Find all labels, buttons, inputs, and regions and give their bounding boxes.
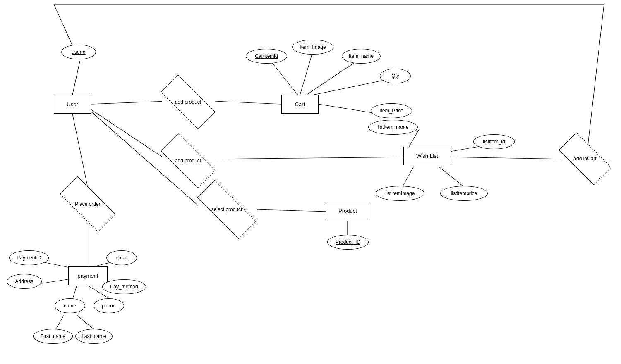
svg-line-8	[306, 58, 362, 95]
svg-line-2	[587, 4, 604, 149]
ellipse-email: email	[106, 250, 137, 265]
ellipse-item-name: Item_name	[342, 49, 381, 64]
svg-line-7	[300, 49, 314, 95]
entity-payment: payment	[68, 266, 108, 285]
ellipse-item-image: Item_Image	[292, 40, 333, 55]
ellipse-listitem-price: listitemprice	[440, 186, 488, 201]
entity-cart: Cart	[281, 95, 319, 114]
ellipse-payment-id: PaymentID	[9, 250, 49, 265]
ellipse-userid: userId	[61, 45, 96, 59]
svg-line-21	[451, 157, 565, 159]
ellipse-listitem-id: listitem_id	[473, 134, 515, 149]
svg-line-10	[319, 104, 372, 113]
diamond-select-product: select product	[198, 197, 256, 221]
svg-line-5	[215, 101, 281, 104]
diamond-add-to-cart: addToCart	[561, 147, 609, 171]
ellipse-first-name: First_name	[33, 329, 73, 344]
svg-line-28	[72, 286, 77, 300]
svg-line-14	[257, 209, 327, 212]
svg-line-31	[77, 315, 95, 331]
diamond-add-product1: add product	[162, 90, 214, 114]
diamond-place-order: Place order	[61, 192, 114, 216]
ellipse-item-price: Item_Price	[371, 103, 412, 118]
er-diagram-canvas: User Cart Wish List Product payment add …	[0, 0, 621, 364]
svg-line-11	[91, 109, 165, 159]
svg-line-26	[41, 279, 70, 283]
svg-line-20	[439, 167, 465, 188]
ellipse-phone: phone	[94, 298, 124, 313]
diamond-add-product2: add product	[162, 149, 214, 173]
ellipse-last-name: Last_name	[75, 329, 113, 344]
ellipse-cartitemid: CartItemid	[246, 49, 287, 64]
ellipse-pay-method: Pay_method	[102, 279, 146, 294]
svg-line-6	[268, 58, 298, 95]
svg-line-12	[215, 157, 405, 159]
ellipse-product-id: Product_ID	[327, 235, 369, 250]
ellipse-qty: Qty	[380, 69, 411, 83]
svg-line-1	[54, 4, 72, 45]
entity-product: Product	[326, 202, 369, 220]
ellipse-listitem-name: listItem_name	[368, 120, 418, 135]
svg-line-19	[402, 167, 414, 188]
entity-wishlist: Wish List	[403, 147, 451, 165]
ellipse-address: Address	[7, 274, 42, 289]
ellipse-name: name	[55, 298, 85, 313]
ellipse-listitem-image: listitemImage	[376, 186, 424, 201]
svg-line-3	[72, 61, 80, 95]
entity-user: User	[54, 95, 91, 114]
svg-line-30	[55, 315, 64, 331]
svg-line-4	[91, 101, 165, 104]
